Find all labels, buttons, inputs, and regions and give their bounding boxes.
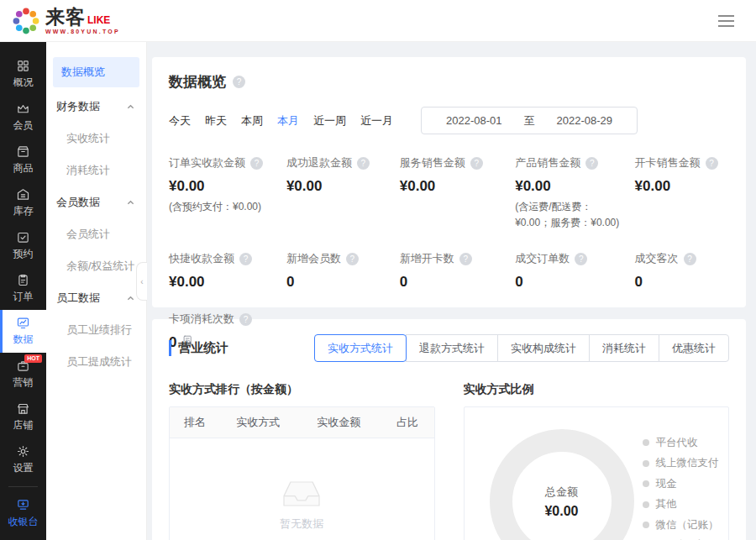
chart-legend: 平台代收 线上微信支付 现金 其他 微信（记账） 支付宝（记账） POS机（记账… bbox=[643, 433, 731, 540]
brand-subtitle: WWW.80YUN.TOP bbox=[45, 29, 120, 34]
date-range-picker[interactable]: 2022-08-01 至 2022-08-29 bbox=[421, 107, 638, 134]
main-content: 数据概览 ? 今天 昨天 本周 本月 近一周 近一月 2022-08-01 至 … bbox=[148, 42, 756, 540]
payment-ranking-panel: 实收方式排行（按金额） 排名 实收方式 实收金额 占比 暂无数据 bbox=[169, 382, 435, 540]
crown-icon bbox=[16, 102, 30, 116]
help-icon[interactable]: ? bbox=[470, 157, 483, 170]
sidebar-group-finance[interactable]: 财务数据 bbox=[46, 91, 146, 123]
donut-center-value: ¥0.00 bbox=[544, 504, 578, 519]
rail-item-cashier[interactable]: 收银台 bbox=[0, 492, 46, 535]
legend-item[interactable]: 现金 bbox=[643, 474, 731, 495]
help-icon[interactable]: ? bbox=[233, 76, 245, 88]
package-icon bbox=[16, 144, 30, 159]
help-icon[interactable]: ? bbox=[239, 253, 252, 265]
rail-item-appointments[interactable]: 预约 bbox=[0, 224, 46, 267]
sidebar-group-staff[interactable]: 员工数据 bbox=[46, 282, 146, 314]
rail-item-data[interactable]: 数据 bbox=[0, 310, 46, 353]
payment-proportion-panel: 实收方式比例 总金额 ¥0.00 平台代收 线上微信支付 现金 其他 微信（记账… bbox=[464, 382, 730, 540]
filter-today[interactable]: 今天 bbox=[169, 113, 191, 128]
stat-label: 产品销售金额 bbox=[515, 155, 580, 170]
rail-item-orders[interactable]: 订单 bbox=[0, 267, 46, 310]
clipboard-icon bbox=[16, 273, 30, 287]
table-header: 排名 实收方式 实收金额 占比 bbox=[170, 407, 434, 438]
rail-item-inventory[interactable]: 库存 bbox=[0, 181, 46, 224]
help-icon[interactable]: ? bbox=[706, 157, 718, 170]
rail-item-label: 设置 bbox=[13, 461, 34, 475]
filter-this-week[interactable]: 本周 bbox=[241, 113, 263, 128]
column-header: 占比 bbox=[381, 415, 434, 430]
filter-last-week[interactable]: 近一周 bbox=[313, 113, 346, 128]
sidebar-item-staff-commission[interactable]: 员工提成统计 bbox=[46, 346, 146, 378]
stat-value: ¥0.00 bbox=[169, 178, 278, 195]
column-header: 实收金额 bbox=[297, 415, 381, 430]
menu-icon[interactable] bbox=[715, 12, 738, 30]
stat-refund: 成功退款金额? ¥0.00 bbox=[286, 155, 391, 230]
help-icon[interactable]: ? bbox=[585, 157, 598, 170]
empty-state: 暂无数据 bbox=[170, 476, 434, 532]
sidebar-item-staff-ranking[interactable]: 员工业绩排行 bbox=[46, 314, 146, 346]
help-icon[interactable]: ? bbox=[357, 157, 370, 170]
help-icon[interactable]: ? bbox=[346, 253, 359, 265]
page-title: 数据概览 bbox=[169, 72, 226, 92]
tab-discount-stats[interactable]: 优惠统计 bbox=[659, 334, 729, 362]
help-icon[interactable]: ? bbox=[684, 253, 696, 265]
filter-this-month[interactable]: 本月 bbox=[277, 113, 299, 128]
app-logo[interactable]: 来客 LIKE WWW.80YUN.TOP bbox=[12, 7, 120, 35]
brand-suffix: LIKE bbox=[87, 15, 110, 27]
empty-text: 暂无数据 bbox=[280, 516, 323, 532]
tab-payment-method-stats[interactable]: 实收方式统计 bbox=[314, 334, 407, 362]
legend-dot bbox=[643, 480, 649, 487]
rail-item-label: 店铺 bbox=[13, 418, 34, 433]
rail-item-label: 会员 bbox=[13, 118, 34, 133]
date-filter-row: 今天 昨天 本周 本月 近一周 近一月 2022-08-01 至 2022-08… bbox=[169, 107, 729, 134]
rail-item-label: 收银台 bbox=[8, 515, 39, 529]
legend-item[interactable]: 平台代收 bbox=[643, 433, 731, 453]
legend-dot bbox=[643, 501, 649, 508]
rail-item-overview[interactable]: 概况 bbox=[0, 53, 46, 96]
proportion-chart: 总金额 ¥0.00 平台代收 线上微信支付 现金 其他 微信（记账） 支付宝（记… bbox=[464, 406, 730, 540]
storefront-icon bbox=[16, 401, 30, 416]
ranking-table: 排名 实收方式 实收金额 占比 暂无数据 bbox=[169, 406, 435, 540]
sidebar-item-member-stats[interactable]: 会员统计 bbox=[46, 218, 146, 250]
sidebar-item-consumption-stats[interactable]: 消耗统计 bbox=[46, 155, 146, 186]
sidebar-item-balance-stats[interactable]: 余额/权益统计 bbox=[46, 250, 146, 282]
panel-title: 实收方式比例 bbox=[464, 382, 730, 397]
chevron-up-icon bbox=[127, 295, 134, 302]
legend-item[interactable]: 线上微信支付 bbox=[643, 453, 731, 474]
filter-yesterday[interactable]: 昨天 bbox=[205, 113, 227, 128]
rail-item-label: 库存 bbox=[13, 204, 34, 218]
stat-label: 新增会员数 bbox=[286, 251, 341, 266]
tab-income-composition-stats[interactable]: 实收构成统计 bbox=[497, 334, 590, 362]
legend-item[interactable]: 微信（记账） bbox=[643, 515, 731, 536]
help-icon[interactable]: ? bbox=[250, 157, 263, 170]
business-card: 营业统计 实收方式统计 退款方式统计 实收构成统计 消耗统计 优惠统计 实收方式… bbox=[152, 319, 746, 540]
legend-item[interactable]: 其他 bbox=[643, 495, 731, 516]
help-icon[interactable]: ? bbox=[239, 313, 252, 326]
sidebar-collapse-handle[interactable]: ‹ bbox=[136, 262, 147, 301]
sidebar-group-members[interactable]: 会员数据 bbox=[46, 186, 146, 218]
stat-label: 订单实收款金额 bbox=[169, 155, 245, 170]
panel-title: 实收方式排行（按金额） bbox=[169, 382, 435, 397]
tab-refund-method-stats[interactable]: 退款方式统计 bbox=[406, 334, 498, 362]
stat-value: 0 bbox=[286, 274, 391, 291]
date-end[interactable]: 2022-08-29 bbox=[557, 114, 613, 127]
calendar-check-icon bbox=[16, 230, 30, 244]
rail-item-label: 营销 bbox=[13, 375, 34, 390]
help-icon[interactable]: ? bbox=[575, 253, 587, 265]
rail-item-marketing[interactable]: HOT 营销 bbox=[0, 353, 46, 396]
sidebar-item-data-overview[interactable]: 数据概览 bbox=[53, 57, 139, 87]
rail-item-members[interactable]: 会员 bbox=[0, 96, 46, 139]
tab-consumption-stats[interactable]: 消耗统计 bbox=[589, 334, 659, 362]
rail-item-products[interactable]: 商品 bbox=[0, 139, 46, 181]
legend-item[interactable]: 支付宝（记账） bbox=[643, 536, 731, 540]
sidebar-item-income-stats[interactable]: 实收统计 bbox=[46, 123, 146, 155]
filter-last-month[interactable]: 近一月 bbox=[360, 113, 393, 128]
rail-item-store[interactable]: 店铺 bbox=[0, 396, 46, 438]
column-header: 排名 bbox=[170, 415, 220, 430]
donut-center: 总金额 ¥0.00 bbox=[490, 429, 634, 540]
date-separator: 至 bbox=[524, 113, 535, 128]
chevron-up-icon bbox=[127, 199, 134, 207]
help-icon[interactable]: ? bbox=[459, 253, 472, 265]
stat-note: (含预约支付：¥0.00) bbox=[169, 199, 278, 215]
date-start[interactable]: 2022-08-01 bbox=[446, 114, 502, 127]
rail-item-settings[interactable]: 设置 bbox=[0, 438, 46, 481]
